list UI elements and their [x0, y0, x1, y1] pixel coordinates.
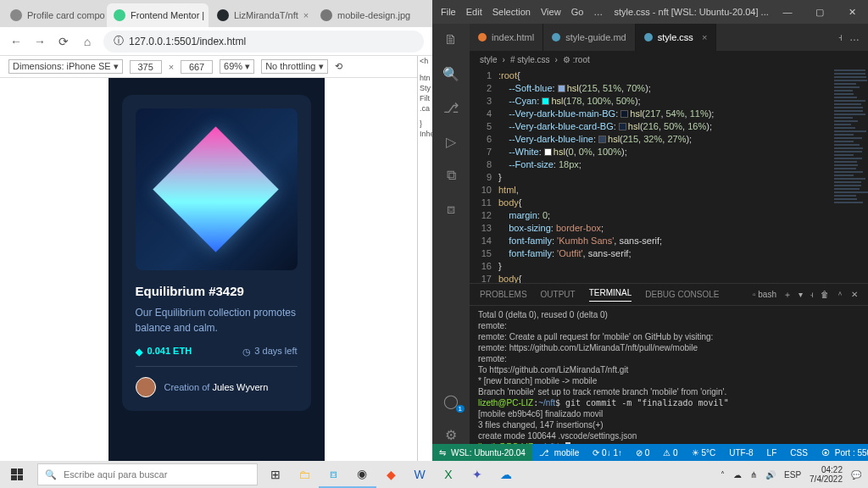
shell-select[interactable]: ▫ bash [753, 290, 776, 299]
split-terminal-icon[interactable]: ⫞ [810, 290, 814, 299]
trash-icon[interactable]: 🗑 [821, 290, 829, 299]
excel-task-icon[interactable]: X [434, 461, 463, 488]
volume-icon[interactable]: 🔊 [765, 470, 776, 480]
remote-indicator[interactable]: ⇋ WSL: Ubuntu-20.04 [432, 444, 532, 461]
device-width[interactable]: 375 [130, 60, 162, 74]
maximize-icon[interactable]: ▢ [804, 0, 836, 24]
author-link[interactable]: Jules Wyvern [212, 382, 268, 392]
address-text: 127.0.0.1:5501/index.html [129, 36, 246, 47]
chrome-tab[interactable]: Profile card compo× [3, 3, 105, 27]
problems-tab[interactable]: PROBLEMS [480, 290, 527, 299]
sync-status[interactable]: ⟳ 0↓ 1↑ [586, 448, 629, 458]
chrome-task-icon[interactable]: ◉ [348, 461, 376, 488]
close-icon[interactable]: ✕ [836, 0, 868, 24]
menu-selection[interactable]: Selection [492, 7, 531, 17]
wifi-icon[interactable]: ⋔ [750, 470, 757, 480]
code-text[interactable]: :root{ --Soft-blue: hsl(215, 51%, 70%); … [498, 68, 868, 283]
encoding-status[interactable]: UTF-8 [722, 448, 760, 458]
devtools-device-bar: Dimensions: iPhone SE ▾ 375 × 667 69% ▾ … [0, 56, 432, 78]
files-icon[interactable]: 🗎 [442, 30, 460, 49]
device-select[interactable]: Dimensions: iPhone SE ▾ [8, 59, 123, 74]
word-task-icon[interactable]: W [405, 461, 434, 488]
tab-label: style.css [658, 32, 693, 42]
breadcrumb[interactable]: style›# style.css›⚙ :root [470, 51, 868, 68]
minimize-icon[interactable]: — [771, 0, 804, 24]
account-icon[interactable]: ◯ [442, 391, 460, 410]
menu-go[interactable]: Go [571, 7, 584, 17]
close-icon[interactable]: × [303, 10, 309, 20]
throttle-select[interactable]: No throttling ▾ [261, 59, 327, 74]
gear-icon[interactable]: ⚙ [442, 425, 460, 444]
editor-tab[interactable]: style-guide.md [543, 24, 636, 51]
minimap[interactable] [831, 68, 868, 283]
teams-task-icon[interactable]: ✦ [463, 461, 492, 488]
extensions-icon[interactable]: ⧉ [442, 166, 460, 185]
output-tab[interactable]: OUTPUT [541, 290, 576, 299]
close-panel-icon[interactable]: ✕ [851, 290, 858, 299]
notifications-icon[interactable]: 💬 [851, 470, 861, 480]
menu-view[interactable]: View [541, 7, 561, 17]
terminal-output[interactable]: Total 0 (delta 0), reused 0 (delta 0)rem… [470, 306, 868, 444]
task-view-icon[interactable]: ⊞ [261, 461, 290, 488]
weather-status[interactable]: ☀ 5°C [685, 448, 723, 458]
back-icon[interactable]: ← [8, 34, 24, 49]
home-icon[interactable]: ⌂ [80, 34, 95, 49]
explorer-icon[interactable]: 🗀 [290, 461, 319, 488]
taskbar-search[interactable]: 🔍Escribe aquí para buscar [37, 463, 258, 485]
nft-title[interactable]: Equilibrium #3429 [136, 284, 298, 298]
chevron-down-icon[interactable]: ▾ [798, 290, 803, 299]
editor-tab[interactable]: index.html [470, 24, 543, 51]
start-button[interactable] [0, 461, 34, 488]
menu-…[interactable]: … [593, 7, 603, 17]
menu-edit[interactable]: Edit [466, 7, 482, 17]
terminal-tab[interactable]: TERMINAL [589, 288, 632, 302]
language-status[interactable]: CSS [783, 448, 815, 458]
debug-console-tab[interactable]: DEBUG CONSOLE [645, 290, 719, 299]
vscode-titlebar: FileEditSelectionViewGo… style.css - nft… [432, 0, 868, 24]
onedrive-task-icon[interactable]: ☁ [492, 461, 520, 488]
nft-image[interactable] [136, 108, 298, 270]
eol-status[interactable]: LF [760, 448, 784, 458]
clock[interactable]: 04:22 7/4/2022 [810, 465, 843, 484]
chevron-up-icon[interactable]: ＾ [836, 289, 844, 301]
reload-icon[interactable]: ⟳ [56, 34, 71, 49]
rotate-icon[interactable]: ⟲ [335, 61, 342, 72]
menu-file[interactable]: File [441, 7, 456, 17]
tab-label: style-guide.md [565, 32, 626, 42]
more-icon[interactable]: … [849, 31, 860, 43]
remote-icon[interactable]: ⧈ [442, 200, 460, 219]
device-height[interactable]: 667 [181, 60, 213, 74]
warnings-status[interactable]: ⚠ 0 [656, 448, 684, 458]
close-icon[interactable]: × [702, 32, 707, 42]
chrome-tab[interactable]: Frontend Mentor |× [107, 3, 209, 27]
chrome-tab[interactable]: mobile-design.jpg× [314, 3, 415, 27]
time-left: ◷3 days left [242, 346, 297, 356]
file-type-icon [644, 33, 653, 42]
zoom-select[interactable]: 69% ▾ [220, 59, 254, 74]
nft-card: Equilibrium #3429 Our Equilibrium collec… [122, 95, 311, 411]
forward-icon[interactable]: → [32, 34, 47, 49]
search-icon[interactable]: 🔍 [442, 64, 460, 83]
errors-status[interactable]: ⊘ 0 [629, 448, 656, 458]
code-editor[interactable]: 1234567891011121314151617 :root{ --Soft-… [470, 68, 868, 283]
split-icon[interactable]: ⫞ [837, 31, 843, 43]
status-bar: ⇋ WSL: Ubuntu-20.04 ⎇ mobile ⟳ 0↓ 1↑ ⊘ 0… [432, 444, 868, 461]
source-control-icon[interactable]: ⎇ [442, 98, 460, 117]
nft-meta-row: ◆0.041 ETH ◷3 days left [136, 346, 298, 356]
favicon [10, 9, 22, 21]
chrome-tab[interactable]: LizMirandaT/nft× [210, 3, 312, 27]
page-body: Equilibrium #3429 Our Equilibrium collec… [108, 78, 325, 461]
window-title: style.css - nft [WSL: Ubuntu-20.04] ... [611, 7, 771, 17]
vscode-task-icon[interactable]: ⧈ [319, 461, 348, 488]
brave-task-icon[interactable]: ◆ [376, 461, 405, 488]
branch-status[interactable]: ⎇ mobile [532, 448, 586, 458]
debug-icon[interactable]: ▷ [442, 132, 460, 151]
tray-caret-icon[interactable]: ˄ [721, 470, 725, 480]
onedrive-tray-icon[interactable]: ☁ [733, 470, 742, 480]
port-status[interactable]: ⦿ Port : 5501 [815, 448, 868, 458]
clock-icon: ◷ [242, 347, 251, 355]
language-indicator[interactable]: ESP [784, 470, 801, 480]
new-terminal-icon[interactable]: ＋ [783, 289, 792, 301]
editor-tab[interactable]: style.css× [636, 24, 717, 51]
address-bar[interactable]: ⓘ 127.0.0.1:5501/index.html [103, 30, 424, 53]
